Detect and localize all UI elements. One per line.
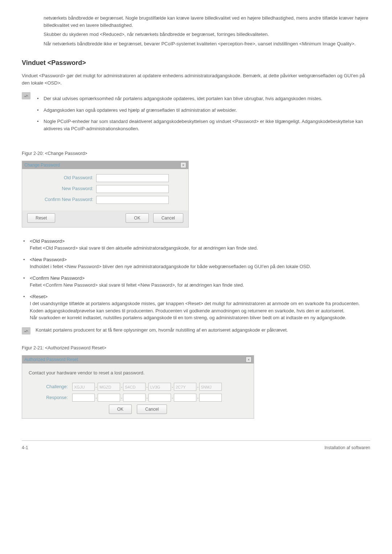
term-item: <Confirm New Password> Feltet <Confirm N… [22, 275, 370, 289]
response-seg[interactable] [123, 394, 146, 402]
figure-caption-2: Figur 2-21: <Authorized Password Reset> [22, 345, 370, 352]
footer-right: Installation af softwaren [324, 444, 370, 451]
cancel-button[interactable]: Cancel [137, 405, 167, 414]
note-bullet: Adgangskoden kan også opdateres ved hjæl… [36, 107, 370, 114]
ok-button[interactable]: OK [126, 213, 148, 223]
heading-paragraph: Vinduet <Password> gør det muligt for ad… [22, 72, 370, 86]
new-password-field[interactable] [96, 185, 169, 193]
old-password-field[interactable] [96, 174, 169, 182]
response-seg[interactable] [72, 394, 95, 402]
dialog-title: Authorized Password Reset [24, 356, 78, 363]
confirm-password-label: Confirm New Password: [27, 196, 96, 203]
challenge-seg: MGZD [98, 383, 120, 391]
term-label: <Reset> [30, 294, 48, 299]
response-seg[interactable] [98, 394, 120, 402]
challenge-value-group: XGJU- MGZD- S4CD- LV3G- 2C7Y- 5NMJ [72, 383, 222, 391]
apr-message: Contact your hardware vendor to reset a … [29, 369, 247, 377]
term-item: <Old Password> Feltet <Old Password> ska… [22, 238, 370, 252]
old-password-label: Old Password: [27, 175, 96, 181]
challenge-label: Challenge: [29, 383, 72, 390]
term-desc: Feltet <Old Password> skal svare til den… [30, 245, 258, 251]
change-password-dialog: Change Password × Old Password: New Pass… [22, 161, 189, 227]
note-bullet: Nogle PCoIP-enheder har som standard dea… [36, 118, 370, 132]
response-seg[interactable] [148, 394, 171, 402]
note-icon [22, 327, 30, 335]
term-desc: Indholdet i feltet <New Password> bliver… [30, 264, 311, 269]
term-desc: I det usandsynlige tilfælde at portalens… [30, 301, 360, 313]
authorized-password-reset-dialog: Authorized Password Reset × Contact your… [22, 355, 254, 419]
challenge-seg: 5NMJ [199, 383, 222, 391]
response-seg[interactable] [199, 394, 222, 402]
challenge-seg: LV3G [148, 383, 171, 391]
page-footer: 4-1 Installation af softwaren [22, 440, 370, 451]
intro-p2: Skubber du skyderen mod <Reduced>, når n… [44, 31, 370, 38]
term-label: <New Password> [30, 257, 67, 262]
term-item: <Reset> I det usandsynlige tilfælde at p… [22, 293, 370, 321]
challenge-seg: XGJU [72, 383, 95, 391]
term-label: <Confirm New Password> [30, 275, 85, 281]
intro-p3: Når netværkets båndbredde ikke er begræn… [44, 40, 370, 48]
new-password-label: New Password: [27, 185, 96, 192]
response-label: Response: [29, 394, 72, 401]
intro-p1: netværkets båndbredde er begrænset. Nogl… [44, 15, 370, 29]
term-desc: Feltet <Confirm New Password> skal svare… [30, 282, 244, 288]
close-button[interactable]: × [180, 162, 186, 168]
dialog-title: Change Password [24, 162, 60, 168]
confirm-password-field[interactable] [96, 196, 169, 204]
challenge-seg: S4CD [123, 383, 146, 391]
figure-caption-1: Figur 2-20: <Change Password> [22, 150, 370, 157]
note-bullet: Der skal udvises opmærksomhed når portal… [36, 95, 370, 102]
reset-button[interactable]: Reset [27, 213, 55, 223]
term-desc-2: Når svarkoden er korrekt indtastet, nuls… [30, 315, 346, 320]
cancel-button[interactable]: Cancel [153, 213, 183, 223]
term-item: <New Password> Indholdet i feltet <New P… [22, 256, 370, 270]
note-icon [22, 92, 30, 99]
term-label: <Old Password> [30, 238, 65, 244]
ok-button[interactable]: OK [109, 405, 132, 414]
response-input-group: - - - - - [72, 394, 222, 402]
note-text: Kontakt portalens producent for at få fl… [36, 327, 370, 334]
response-seg[interactable] [174, 394, 196, 402]
close-button[interactable]: × [246, 357, 252, 362]
section-heading-password: Vinduet <Password> [22, 58, 370, 68]
challenge-seg: 2C7Y [174, 383, 196, 391]
footer-left: 4-1 [22, 444, 28, 451]
